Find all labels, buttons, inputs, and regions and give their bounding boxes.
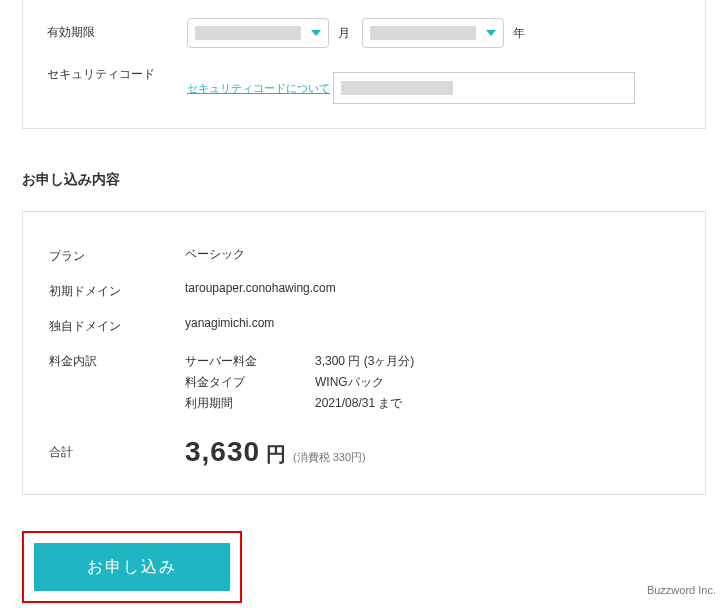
expiry-year-select-wrap — [362, 18, 504, 48]
summary-panel: プラン ベーシック 初期ドメイン taroupaper.conohawing.c… — [22, 211, 706, 495]
tax-note: (消費税 330円) — [293, 451, 366, 463]
card-info-section: 有効期限 月 年 セキュリティコード セキュリティコードについて — [22, 0, 706, 129]
total-value: 3,630 円 (消費税 330円) — [185, 436, 679, 468]
security-code-input[interactable] — [333, 72, 635, 104]
footer-credit: Buzzword Inc. — [647, 584, 716, 596]
own-domain-value: yanagimichi.com — [185, 316, 679, 330]
server-fee-value: 3,300 円 (3ヶ月分) — [315, 353, 679, 370]
initial-domain-label: 初期ドメイン — [49, 281, 185, 300]
total-row: 合計 3,630 円 (消費税 330円) — [49, 422, 679, 468]
security-code-help-link[interactable]: セキュリティコードについて — [187, 81, 330, 96]
total-number: 3,630 — [185, 436, 260, 467]
expiry-month-select[interactable] — [187, 18, 329, 48]
plan-label: プラン — [49, 246, 185, 265]
total-label: 合計 — [49, 444, 185, 461]
security-code-input-wrap — [333, 72, 635, 104]
breakdown-row: 料金内訳 サーバー料金 3,300 円 (3ヶ月分) 料金タイプ WINGパック… — [49, 343, 679, 422]
security-code-label: セキュリティコード — [47, 60, 187, 83]
breakdown-period-row: 利用期間 2021/08/31 まで — [185, 393, 679, 414]
period-value: 2021/08/31 まで — [315, 395, 679, 412]
expiry-label: 有効期限 — [47, 18, 187, 41]
total-currency: 円 — [260, 443, 286, 465]
month-suffix: 月 — [338, 25, 350, 42]
fee-type-value: WINGパック — [315, 374, 679, 391]
breakdown-server-fee-row: サーバー料金 3,300 円 (3ヶ月分) — [185, 351, 679, 372]
initial-domain-row: 初期ドメイン taroupaper.conohawing.com — [49, 273, 679, 308]
initial-domain-value: taroupaper.conohawing.com — [185, 281, 679, 295]
security-code-field: セキュリティコードについて — [187, 60, 705, 104]
expiry-row: 有効期限 月 年 — [23, 0, 705, 54]
apply-button[interactable]: お申し込み — [34, 543, 230, 591]
own-domain-row: 独自ドメイン yanagimichi.com — [49, 308, 679, 343]
server-fee-label: サーバー料金 — [185, 353, 315, 370]
breakdown-fee-type-row: 料金タイプ WINGパック — [185, 372, 679, 393]
plan-value: ベーシック — [185, 246, 679, 263]
period-label: 利用期間 — [185, 395, 315, 412]
security-code-row: セキュリティコード セキュリティコードについて — [23, 54, 705, 110]
apply-button-highlight: お申し込み — [22, 531, 242, 603]
plan-row: プラン ベーシック — [49, 238, 679, 273]
own-domain-label: 独自ドメイン — [49, 316, 185, 335]
summary-title: お申し込み内容 — [22, 171, 728, 189]
expiry-month-select-wrap — [187, 18, 329, 48]
breakdown-label: 料金内訳 — [49, 351, 185, 370]
fee-type-label: 料金タイプ — [185, 374, 315, 391]
expiry-fields: 月 年 — [187, 18, 705, 48]
expiry-year-select[interactable] — [362, 18, 504, 48]
year-suffix: 年 — [513, 25, 525, 42]
breakdown-values: サーバー料金 3,300 円 (3ヶ月分) 料金タイプ WINGパック 利用期間… — [185, 351, 679, 414]
